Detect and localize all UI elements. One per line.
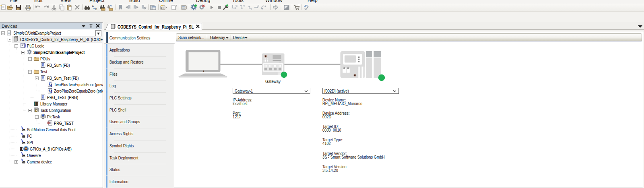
svg-text:Gateway: Gateway xyxy=(265,79,281,84)
